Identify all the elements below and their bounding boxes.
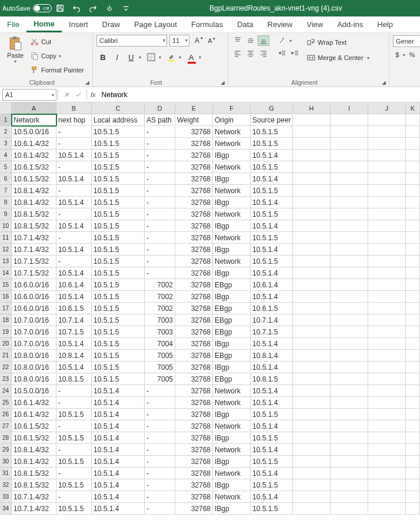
row-header[interactable]: 5 bbox=[0, 161, 12, 173]
cell[interactable] bbox=[293, 479, 331, 491]
row-header[interactable]: 6 bbox=[0, 173, 12, 185]
font-color-button[interactable]: A bbox=[185, 51, 198, 63]
cell[interactable] bbox=[293, 468, 331, 479]
row-header[interactable]: 2 bbox=[0, 126, 12, 138]
cell[interactable]: 10.5.1.5 bbox=[92, 291, 145, 303]
tab-help[interactable]: Help bbox=[370, 16, 400, 32]
cell[interactable]: 7002 bbox=[145, 303, 175, 314]
cell[interactable]: 10.5.1.5 bbox=[92, 314, 145, 326]
cell[interactable]: 10.5.1.4 bbox=[251, 385, 293, 397]
cell[interactable] bbox=[406, 385, 420, 397]
cell[interactable]: 10.5.1.4 bbox=[56, 338, 92, 350]
cell[interactable]: 7005 bbox=[145, 350, 175, 362]
cell[interactable] bbox=[331, 314, 368, 326]
cell[interactable]: 10.5.1.4 bbox=[56, 362, 92, 373]
row-header[interactable]: 14 bbox=[0, 267, 12, 279]
cell[interactable] bbox=[406, 432, 420, 444]
cell[interactable]: 10.5.1.5 bbox=[92, 303, 145, 314]
cell[interactable]: 10.6.1.4/32 bbox=[12, 409, 56, 420]
cell[interactable] bbox=[406, 291, 420, 303]
cell[interactable]: - bbox=[56, 161, 92, 173]
cell[interactable]: 32768 bbox=[175, 173, 213, 185]
cell[interactable] bbox=[331, 350, 368, 362]
borders-button[interactable] bbox=[145, 51, 158, 63]
row-header[interactable]: 16 bbox=[0, 291, 12, 303]
col-header-K[interactable]: K bbox=[406, 102, 420, 114]
cell[interactable] bbox=[331, 444, 368, 456]
cell[interactable] bbox=[331, 220, 368, 232]
cell[interactable]: 10.5.1.4 bbox=[251, 444, 293, 456]
row-header[interactable]: 3 bbox=[0, 138, 12, 150]
cell[interactable]: - bbox=[145, 161, 175, 173]
cell[interactable] bbox=[368, 256, 406, 267]
cell[interactable] bbox=[368, 456, 406, 468]
cell[interactable]: 10.5.1.4 bbox=[92, 468, 145, 479]
cell[interactable] bbox=[406, 279, 420, 291]
cell[interactable]: 10.5.1.4 bbox=[251, 468, 293, 479]
alignment-dialog-launcher-icon[interactable]: ◢ bbox=[382, 79, 388, 85]
cell[interactable]: 10.7.0.0/16 bbox=[12, 338, 56, 350]
cell[interactable] bbox=[368, 185, 406, 197]
number-format-select[interactable]: Gener bbox=[393, 35, 420, 47]
cell[interactable]: 10.8.1.4 bbox=[251, 350, 293, 362]
wrap-text-button[interactable]: Wrap Text bbox=[307, 37, 369, 48]
cell[interactable] bbox=[368, 197, 406, 208]
cell[interactable]: 10.5.1.5 bbox=[251, 232, 293, 244]
cell[interactable]: IBgp bbox=[213, 362, 251, 373]
cell[interactable] bbox=[331, 161, 368, 173]
cell[interactable]: 10.5.1.5 bbox=[92, 232, 145, 244]
tab-addins[interactable]: Add-ins bbox=[330, 16, 370, 32]
cell[interactable]: 10.5.1.5 bbox=[92, 279, 145, 291]
cell[interactable]: 10.5.1.5 bbox=[56, 503, 92, 515]
cell[interactable]: - bbox=[56, 385, 92, 397]
cell[interactable]: 10.7.1.5/32 bbox=[12, 256, 56, 267]
cell[interactable] bbox=[368, 350, 406, 362]
cell[interactable]: 7005 bbox=[145, 373, 175, 385]
cell[interactable] bbox=[368, 397, 406, 409]
cell[interactable] bbox=[368, 338, 406, 350]
cell[interactable]: 10.5.1.4 bbox=[251, 197, 293, 208]
cell[interactable]: Network bbox=[213, 256, 251, 267]
row-header[interactable]: 21 bbox=[0, 350, 12, 362]
tab-data[interactable]: Data bbox=[230, 16, 260, 32]
cell[interactable] bbox=[368, 114, 406, 126]
qat-customize-icon[interactable] bbox=[119, 1, 133, 15]
fx-icon[interactable]: fx bbox=[87, 91, 99, 98]
cell[interactable]: EBgp bbox=[213, 314, 251, 326]
cell[interactable] bbox=[331, 303, 368, 314]
cell[interactable] bbox=[331, 185, 368, 197]
cell[interactable]: Weight bbox=[175, 114, 213, 126]
cell[interactable] bbox=[293, 303, 331, 314]
cell[interactable]: - bbox=[56, 208, 92, 220]
merge-center-button[interactable]: Merge & Center ▾ bbox=[307, 52, 369, 64]
cell[interactable]: - bbox=[145, 267, 175, 279]
cell[interactable] bbox=[293, 126, 331, 138]
cell[interactable] bbox=[331, 197, 368, 208]
autosave-toggle[interactable]: AutoSave Off bbox=[2, 4, 52, 12]
cell[interactable]: Network bbox=[213, 468, 251, 479]
cell[interactable] bbox=[368, 232, 406, 244]
cell[interactable]: 10.8.1.5/32 bbox=[12, 208, 56, 220]
cell[interactable] bbox=[368, 362, 406, 373]
cell[interactable]: 10.5.1.5 bbox=[56, 479, 92, 491]
cell[interactable]: 10.7.1.5/32 bbox=[12, 267, 56, 279]
cell[interactable]: 10.6.1.4/32 bbox=[12, 397, 56, 409]
col-header-G[interactable]: G bbox=[251, 102, 293, 114]
cell[interactable] bbox=[331, 256, 368, 267]
cell[interactable]: 10.7.0.0/16 bbox=[12, 314, 56, 326]
cell[interactable]: IBgp bbox=[213, 479, 251, 491]
row-header[interactable]: 11 bbox=[0, 232, 12, 244]
cell[interactable]: 32768 bbox=[175, 267, 213, 279]
cell[interactable]: - bbox=[56, 491, 92, 503]
font-name-select[interactable]: Calibri ▾ bbox=[96, 35, 167, 47]
cell[interactable]: 10.5.1.5 bbox=[251, 185, 293, 197]
cell[interactable] bbox=[293, 444, 331, 456]
cell[interactable]: 32768 bbox=[175, 444, 213, 456]
cell[interactable] bbox=[368, 444, 406, 456]
cell[interactable]: - bbox=[56, 126, 92, 138]
cell[interactable]: - bbox=[145, 397, 175, 409]
cell[interactable] bbox=[368, 503, 406, 515]
cell[interactable] bbox=[331, 503, 368, 515]
cell[interactable]: next hop bbox=[56, 114, 92, 126]
cell[interactable]: - bbox=[145, 173, 175, 185]
